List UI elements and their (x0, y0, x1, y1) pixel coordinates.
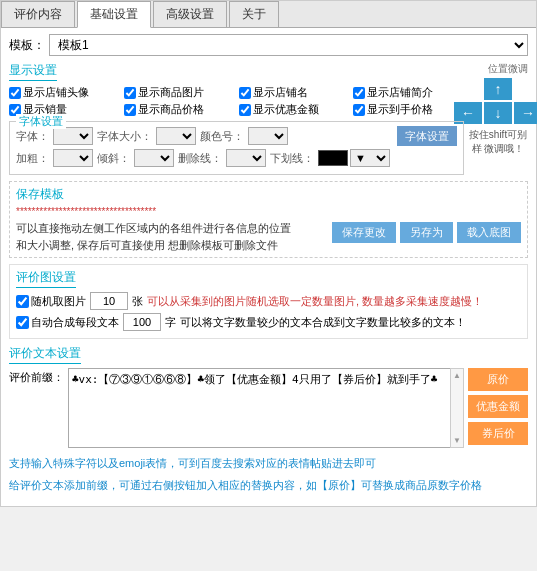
save-dots: ************************************ (16, 205, 521, 218)
font-label: 字体： (16, 129, 49, 144)
insert-buttons: 原价 优惠金额 券后价 (468, 368, 528, 445)
insert-after-coupon-button[interactable]: 券后价 (468, 422, 528, 445)
font-size-select[interactable] (156, 127, 196, 145)
position-label: 位置微调 (468, 62, 528, 76)
auto-merge-label[interactable]: 自动合成每段文本 (16, 315, 119, 330)
prefix-textarea-wrap: ♣vx:【⑦③⑨①⑥⑥⑧】♣领了【优惠金额】4只用了【券后价】就到手了♣ ▲ ▼ (68, 368, 464, 451)
scrollbar[interactable]: ▲ ▼ (450, 368, 464, 448)
underline-label: 下划线： (270, 151, 314, 166)
display-checkboxes: 显示店铺头像 显示商品图片 显示店铺名 显示店铺简介 显示销量 (9, 85, 464, 117)
italic-label: 倾斜： (97, 151, 130, 166)
auto-merge-row: 自动合成每段文本 字 可以将文字数量较少的文本合成到文字数量比较多的文本！ (16, 313, 521, 331)
bold-select[interactable] (53, 149, 93, 167)
main-window: 评价内容 基础设置 高级设置 关于 模板： 模板1 模板2 模板3 显示设置 (0, 0, 537, 507)
random-count-input[interactable] (90, 292, 128, 310)
strikethrough-label: 删除线： (178, 151, 222, 166)
color-select[interactable] (248, 127, 288, 145)
random-image-row: 随机取图片 张 可以从采集到的图片随机选取一定数量图片, 数量越多采集速度越慢！ (16, 292, 521, 310)
auto-merge-desc: 可以将文字数量较少的文本合成到文字数量比较多的文本！ (180, 315, 466, 330)
scroll-up-arrow[interactable]: ▲ (451, 369, 463, 382)
insert-discount-button[interactable]: 优惠金额 (468, 395, 528, 418)
display-settings-title: 显示设置 (9, 62, 57, 81)
random-image-desc: 可以从采集到的图片随机选取一定数量图片, 数量越多采集速度越慢！ (147, 294, 483, 309)
template-row: 模板： 模板1 模板2 模板3 (9, 34, 528, 56)
review-text-section: 评价文本设置 评价前缀： ♣vx:【⑦③⑨①⑥⑥⑧】♣领了【优惠金额】4只用了【… (9, 345, 528, 494)
checkbox-shop-name[interactable]: 显示店铺名 (239, 85, 350, 100)
template-label: 模板： (9, 37, 45, 54)
auto-merge-count-input[interactable] (123, 313, 161, 331)
tab-about[interactable]: 关于 (229, 1, 279, 27)
italic-select[interactable] (134, 149, 174, 167)
shift-hint: 按住shift可别样 微调哦！ (468, 128, 528, 156)
template-select[interactable]: 模板1 模板2 模板3 (49, 34, 528, 56)
save-buttons: 保存更改 另存为 载入底图 (332, 222, 521, 243)
random-image-label[interactable]: 随机取图片 (16, 294, 86, 309)
strikethrough-select[interactable] (226, 149, 266, 167)
random-image-checkbox[interactable] (16, 295, 29, 308)
color-dropdown[interactable]: ▼ (350, 149, 390, 167)
tab-advanced[interactable]: 高级设置 (153, 1, 227, 27)
font-settings-title: 字体设置 (16, 114, 66, 129)
checkbox-product-image[interactable]: 显示商品图片 (124, 85, 235, 100)
prefix-textarea[interactable]: ♣vx:【⑦③⑨①⑥⑥⑧】♣领了【优惠金额】4只用了【券后价】就到手了♣ (68, 368, 464, 448)
load-bg-button[interactable]: 载入底图 (457, 222, 521, 243)
scroll-down-arrow[interactable]: ▼ (451, 434, 463, 447)
save-changes-button[interactable]: 保存更改 (332, 222, 396, 243)
save-description: 可以直接拖动左侧工作区域内的各组件进行各信息的位置和大小调整, 保存后可直接使用… (16, 220, 291, 253)
save-template-section: 保存模板 ***********************************… (9, 181, 528, 258)
save-as-button[interactable]: 另存为 (400, 222, 453, 243)
review-image-title: 评价图设置 (16, 269, 76, 288)
save-template-title: 保存模板 (16, 186, 521, 203)
arrow-right-button[interactable]: → (514, 102, 537, 124)
arrow-down-button[interactable]: ↓ (484, 102, 512, 124)
review-text-title: 评价文本设置 (9, 345, 81, 364)
prefix-label: 评价前缀： (9, 368, 64, 385)
tab-evaluate[interactable]: 评价内容 (1, 1, 75, 27)
font-settings-section: 字体设置 字体： 字体大小： 颜色号： 字体设置 加粗： 倾斜： (9, 121, 464, 175)
arrow-up-button[interactable]: ↑ (484, 78, 512, 100)
auto-merge-checkbox[interactable] (16, 316, 29, 329)
color-preview (318, 150, 348, 166)
checkbox-discount[interactable]: 显示优惠金额 (239, 102, 350, 117)
tab-basic[interactable]: 基础设置 (77, 1, 151, 28)
font-size-label: 字体大小： (97, 129, 152, 144)
position-control: 位置微调 ↑ ← ↓ → 按住shift可别样 微调哦！ (468, 62, 528, 181)
font-select[interactable] (53, 127, 93, 145)
checkbox-shop-avatar[interactable]: 显示店铺头像 (9, 85, 120, 100)
tab-bar: 评价内容 基础设置 高级设置 关于 (1, 1, 536, 28)
footer-note2: 给评价文本添加前缀，可通过右侧按钮加入相应的替换内容，如【原价】可替换成商品原数… (9, 477, 528, 495)
checkbox-price[interactable]: 显示商品价格 (124, 102, 235, 117)
checkbox-shop-intro[interactable]: 显示店铺简介 (353, 85, 464, 100)
insert-original-price-button[interactable]: 原价 (468, 368, 528, 391)
review-image-section: 评价图设置 随机取图片 张 可以从采集到的图片随机选取一定数量图片, 数量越多采… (9, 264, 528, 339)
color-label: 颜色号： (200, 129, 244, 144)
checkbox-final-price[interactable]: 显示到手价格 (353, 102, 464, 117)
bold-label: 加粗： (16, 151, 49, 166)
prefix-row: 评价前缀： ♣vx:【⑦③⑨①⑥⑥⑧】♣领了【优惠金额】4只用了【券后价】就到手… (9, 368, 528, 451)
footer-note1: 支持输入特殊字符以及emoji表情，可到百度去搜索对应的表情帖贴进去即可 (9, 455, 528, 473)
font-setting-button[interactable]: 字体设置 (397, 126, 457, 146)
